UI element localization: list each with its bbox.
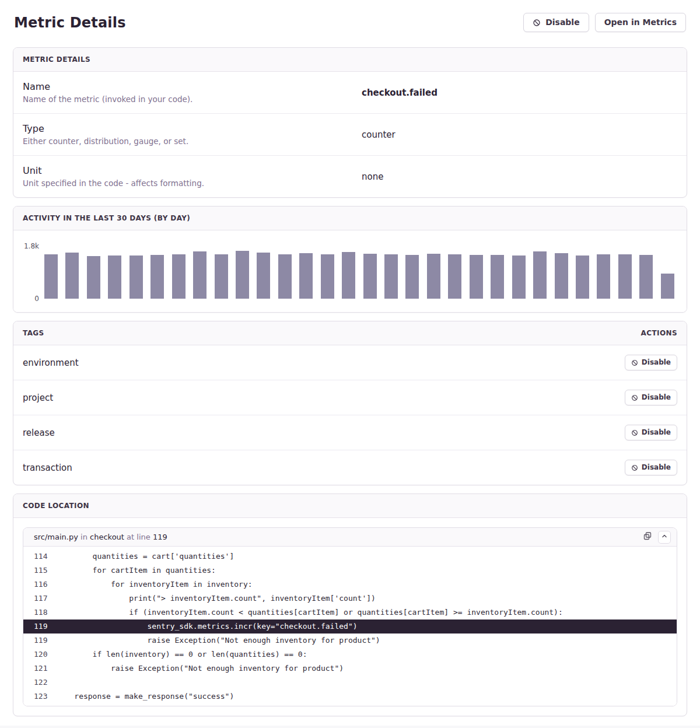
code-line-text: if (inventoryItem.count < quantities[car… bbox=[56, 606, 563, 620]
tags-panel: TAGS ACTIONS environment Disable project… bbox=[13, 321, 687, 485]
code-in-word: in bbox=[80, 533, 88, 541]
tag-disable-button-label: Disable bbox=[642, 463, 671, 473]
tag-name: environment bbox=[23, 358, 79, 368]
metric-detail-row: Type Either counter, distribution, gauge… bbox=[13, 114, 687, 156]
code-line-text: sentry_sdk.metrics.incr(key="checkout.fa… bbox=[56, 620, 358, 634]
ban-icon bbox=[533, 19, 541, 27]
code-line-number: 121 bbox=[23, 662, 56, 676]
activity-bar bbox=[172, 254, 186, 299]
code-frame: src/main.py in checkout at line 119 bbox=[23, 527, 677, 706]
code-location-body: src/main.py in checkout at line 119 bbox=[13, 518, 687, 716]
ban-icon bbox=[631, 464, 638, 471]
code-line-text: if len(inventory) == 0 or len(quantities… bbox=[56, 648, 307, 662]
collapse-button[interactable] bbox=[658, 531, 671, 544]
code-line: 115 for cartItem in quantities: bbox=[23, 564, 677, 578]
code-lines: 114 quantities = cart['quantities'] 115 … bbox=[23, 547, 677, 706]
code-line-number: 118 bbox=[23, 606, 56, 620]
metric-details-panel-header: METRIC DETAILS bbox=[13, 48, 687, 72]
activity-bar bbox=[215, 254, 228, 299]
activity-bar bbox=[405, 255, 419, 299]
code-frame-header: src/main.py in checkout at line 119 bbox=[23, 528, 677, 547]
activity-bar-chart bbox=[44, 246, 674, 299]
tag-row: project Disable bbox=[13, 380, 687, 415]
ban-icon bbox=[631, 429, 638, 436]
code-line: 116 for inventoryItem in inventory: bbox=[23, 578, 677, 592]
code-line-number: 123 bbox=[23, 690, 56, 704]
code-line-text: quantities = cart['quantities'] bbox=[56, 550, 234, 564]
activity-bar bbox=[470, 255, 483, 299]
activity-bar bbox=[661, 274, 674, 299]
tag-row: environment Disable bbox=[13, 345, 687, 380]
tag-name: release bbox=[23, 428, 55, 438]
activity-bar bbox=[87, 256, 100, 299]
code-location-panel-header: CODE LOCATION bbox=[13, 494, 687, 518]
tag-disable-button-label: Disable bbox=[642, 358, 671, 368]
code-line-text: raise Exception("Not enough inventory fo… bbox=[56, 634, 380, 648]
activity-bar bbox=[299, 253, 313, 299]
activity-bar bbox=[576, 256, 589, 299]
activity-bar bbox=[278, 254, 292, 299]
code-line-text: for cartItem in quantities: bbox=[56, 564, 216, 578]
header-actions: Disable Open in Metrics bbox=[523, 13, 686, 32]
metric-detail-row-left: Type Either counter, distribution, gauge… bbox=[23, 123, 350, 146]
code-line: 114 quantities = cart['quantities'] bbox=[23, 550, 677, 564]
disable-button[interactable]: Disable bbox=[523, 13, 589, 32]
page-header: Metric Details Disable Open in Metrics bbox=[14, 13, 686, 32]
activity-bar bbox=[236, 251, 249, 299]
tag-disable-button[interactable]: Disable bbox=[625, 425, 677, 440]
copy-icon bbox=[643, 531, 652, 542]
tag-disable-button[interactable]: Disable bbox=[625, 355, 677, 370]
disable-button-label: Disable bbox=[545, 18, 580, 27]
activity-panel: ACTIVITY IN THE LAST 30 DAYS (BY DAY) 1.… bbox=[13, 206, 687, 313]
tag-row: release Disable bbox=[13, 415, 687, 450]
code-line-text: response = make_response("success") bbox=[56, 690, 234, 704]
code-line: 119 sentry_sdk.metrics.incr(key="checkou… bbox=[23, 620, 677, 634]
code-line-number: 114 bbox=[23, 550, 56, 564]
tag-disable-button[interactable]: Disable bbox=[625, 460, 677, 475]
activity-bar bbox=[342, 252, 355, 299]
tags-panel-title: TAGS bbox=[23, 329, 44, 337]
metric-detail-row: Name Name of the metric (invoked in your… bbox=[13, 72, 687, 114]
metric-details-page: Metric Details Disable Open in Metrics M… bbox=[0, 0, 700, 726]
activity-bar bbox=[491, 255, 504, 299]
copy-button[interactable] bbox=[642, 530, 653, 544]
code-line-number: 115 bbox=[23, 564, 56, 578]
metric-detail-value: counter bbox=[350, 130, 677, 140]
y-axis-min-label: 0 bbox=[13, 295, 39, 303]
code-line: 123 response = make_response("success") bbox=[23, 690, 677, 704]
metric-detail-label: Name bbox=[23, 81, 350, 92]
code-function-name: checkout bbox=[90, 533, 124, 541]
code-line: 120 if len(inventory) == 0 or len(quanti… bbox=[23, 648, 677, 662]
metric-detail-value: checkout.failed bbox=[350, 88, 677, 98]
metric-details-rows: Name Name of the metric (invoked in your… bbox=[13, 72, 687, 197]
chevron-up-icon bbox=[661, 533, 668, 541]
code-line: 121 raise Exception("Not enough inventor… bbox=[23, 662, 677, 676]
y-axis-max-label: 1.8k bbox=[13, 242, 39, 250]
activity-bar bbox=[618, 254, 632, 299]
activity-bar bbox=[130, 256, 143, 299]
page-title: Metric Details bbox=[14, 15, 126, 31]
tags-actions-column-header: ACTIONS bbox=[641, 329, 677, 337]
tag-name: project bbox=[23, 393, 53, 403]
activity-bar bbox=[533, 251, 547, 299]
activity-bar bbox=[448, 254, 461, 299]
code-frame-breadcrumb: src/main.py in checkout at line 119 bbox=[34, 533, 167, 541]
metric-details-panel-title: METRIC DETAILS bbox=[23, 55, 90, 64]
metric-detail-row-left: Name Name of the metric (invoked in your… bbox=[23, 81, 350, 104]
metric-detail-label: Type bbox=[23, 123, 350, 134]
metric-detail-row: Unit Unit specified in the code - affect… bbox=[13, 156, 687, 197]
code-frame-actions bbox=[642, 530, 671, 544]
code-line-number: 119 bbox=[23, 634, 56, 648]
code-line-number: 120 bbox=[23, 648, 56, 662]
page-bottom-strip bbox=[0, 726, 700, 728]
code-file-path: src/main.py bbox=[34, 533, 78, 541]
tag-disable-button[interactable]: Disable bbox=[625, 390, 677, 405]
open-in-metrics-button[interactable]: Open in Metrics bbox=[595, 13, 686, 32]
code-line: 118 if (inventoryItem.count < quantities… bbox=[23, 606, 677, 620]
metric-detail-description: Name of the metric (invoked in your code… bbox=[23, 94, 350, 104]
metric-detail-row-left: Unit Unit specified in the code - affect… bbox=[23, 165, 350, 188]
tag-row: transaction Disable bbox=[13, 450, 687, 485]
code-line-number: 122 bbox=[23, 676, 56, 690]
activity-chart: 1.8k 0 bbox=[13, 230, 687, 312]
activity-bar bbox=[150, 255, 164, 299]
